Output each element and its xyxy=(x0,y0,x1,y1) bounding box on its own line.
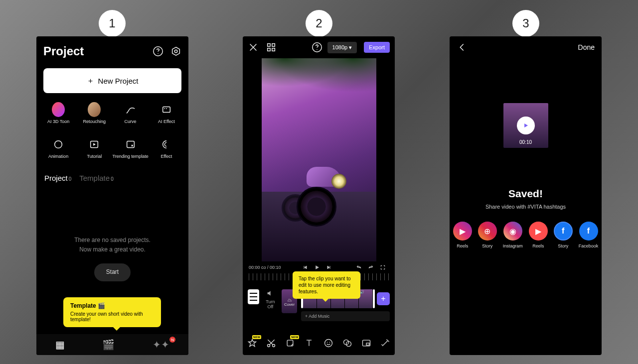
add-music-button[interactable]: + Add Music xyxy=(301,311,390,321)
screen-project-home: Project ＋ New Project AI 3D Toon Retouch… xyxy=(36,36,188,355)
svg-rect-11 xyxy=(272,44,275,47)
tool-curve[interactable]: Curve xyxy=(113,103,149,129)
svg-rect-12 xyxy=(268,48,271,51)
resolution-dropdown[interactable]: 1080p ▾ xyxy=(327,42,357,53)
tool-magic[interactable] xyxy=(380,338,390,350)
svg-point-3 xyxy=(174,50,177,53)
facebook-icon: f xyxy=(579,222,598,241)
tool-filter[interactable] xyxy=(342,338,352,350)
curve-icon xyxy=(124,103,137,116)
svg-rect-13 xyxy=(272,48,275,51)
tool-ai-effect[interactable]: AI Effect xyxy=(149,103,184,129)
sparkle-icon xyxy=(160,103,173,116)
saved-heading: Saved! xyxy=(450,188,602,200)
tool-text[interactable] xyxy=(304,338,314,350)
help-icon[interactable] xyxy=(153,46,163,57)
tool-animation[interactable]: Animation xyxy=(40,138,76,164)
nav-discover[interactable]: ✦✦N xyxy=(153,339,169,351)
nav-template[interactable]: 🎬 xyxy=(102,339,115,351)
screen-saved: Done 00:10 Saved! Share video with #VITA… xyxy=(450,36,602,355)
redo-icon[interactable] xyxy=(368,264,374,270)
svg-point-19 xyxy=(324,340,332,347)
svg-marker-2 xyxy=(172,47,180,56)
tool-retouching[interactable]: Retouching xyxy=(76,103,112,129)
tool-ai-3d-toon[interactable]: AI 3D Toon xyxy=(40,103,76,129)
layers-button[interactable] xyxy=(248,289,259,304)
svg-point-6 xyxy=(166,108,167,109)
instagram-icon: ◉ xyxy=(503,222,522,241)
back-icon[interactable] xyxy=(457,42,468,53)
start-button[interactable]: Start xyxy=(94,263,131,281)
template-icon xyxy=(124,138,137,151)
share-fb-story[interactable]: f Story xyxy=(554,222,573,248)
svg-rect-4 xyxy=(163,107,170,113)
tool-sticker[interactable]: NEW xyxy=(285,338,295,350)
play-button[interactable] xyxy=(517,117,535,134)
swirl-icon xyxy=(160,138,173,151)
saved-video-thumbnail[interactable]: 00:10 xyxy=(503,103,548,148)
template-tooltip: Template 🎬 Create your own short video w… xyxy=(63,297,161,327)
page-title: Project xyxy=(43,44,84,58)
new-badge: N xyxy=(169,337,175,343)
video-preview[interactable] xyxy=(262,58,376,261)
step-badge-1: 1 xyxy=(99,10,126,37)
svg-rect-9 xyxy=(127,141,134,148)
share-fb-reels[interactable]: ▶ Reels xyxy=(529,222,548,248)
circle-icon xyxy=(52,138,65,151)
fb-reels-icon: ▶ xyxy=(529,222,548,241)
nav-home[interactable]: ▦ xyxy=(55,339,65,351)
step-badge-2: 2 xyxy=(306,10,332,37)
fullscreen-icon[interactable] xyxy=(380,264,386,270)
empty-state: There are no saved projects. Now make a … xyxy=(36,236,188,281)
svg-point-7 xyxy=(55,141,62,148)
timecode: 00:00 co / 00:10 xyxy=(249,265,281,270)
fb-story-icon: f xyxy=(554,222,573,241)
undo-icon[interactable] xyxy=(356,264,362,270)
tool-trending-template[interactable]: Trending template xyxy=(113,138,149,164)
reels-icon: ▶ xyxy=(453,222,472,241)
clip[interactable]: 🔊 xyxy=(359,289,373,308)
share-facebook[interactable]: f Facebook xyxy=(579,222,599,248)
done-button[interactable]: Done xyxy=(578,43,595,51)
share-instagram-reels[interactable]: ▶ Reels xyxy=(453,222,472,248)
story-icon: ⊕ xyxy=(478,222,497,241)
tab-project[interactable]: Project0 xyxy=(44,174,71,182)
tab-template[interactable]: Template0 xyxy=(79,174,113,182)
avatar-icon xyxy=(52,103,65,116)
next-icon[interactable] xyxy=(326,264,332,270)
tool-effect[interactable]: Effect xyxy=(149,138,184,164)
tool-emoji[interactable] xyxy=(323,338,333,350)
add-clip-button[interactable]: + xyxy=(377,292,390,305)
play-icon[interactable] xyxy=(314,264,320,270)
help-icon[interactable] xyxy=(312,42,322,53)
video-duration: 00:10 xyxy=(503,139,548,145)
tool-pip[interactable] xyxy=(361,338,371,350)
svg-point-5 xyxy=(164,108,165,109)
svg-point-1 xyxy=(158,53,158,54)
grid-icon[interactable] xyxy=(266,42,277,53)
close-icon[interactable] xyxy=(248,42,259,53)
svg-point-20 xyxy=(326,342,327,343)
svg-point-21 xyxy=(329,342,330,343)
play-square-icon xyxy=(88,138,101,151)
new-project-button[interactable]: ＋ New Project xyxy=(43,68,181,93)
tool-favorite[interactable]: NEW xyxy=(247,338,257,350)
clip-tooltip: Tap the clip you want to edit to use mor… xyxy=(293,271,360,299)
saved-subtitle: Share video with #VITA hashtags xyxy=(450,204,602,210)
tool-cut[interactable] xyxy=(266,338,276,350)
share-instagram[interactable]: ◉ Instagram xyxy=(503,222,523,248)
plus-icon: ＋ xyxy=(87,76,94,86)
new-project-label: New Project xyxy=(98,77,139,85)
face-icon xyxy=(88,103,101,116)
svg-rect-10 xyxy=(268,44,271,47)
tool-tutorial[interactable]: Tutorial xyxy=(76,138,112,164)
audio-turnoff-button[interactable]: Turn Off xyxy=(263,289,278,309)
svg-rect-25 xyxy=(366,343,369,345)
svg-point-15 xyxy=(317,49,317,50)
screen-editor: 1080p ▾ Export 00:00 co / 00:10 Tap the … xyxy=(243,36,395,355)
export-button[interactable]: Export xyxy=(364,42,390,53)
prev-icon[interactable] xyxy=(302,264,308,270)
share-instagram-story[interactable]: ⊕ Story xyxy=(478,222,497,248)
settings-icon[interactable] xyxy=(170,46,181,57)
step-badge-3: 3 xyxy=(512,10,539,37)
